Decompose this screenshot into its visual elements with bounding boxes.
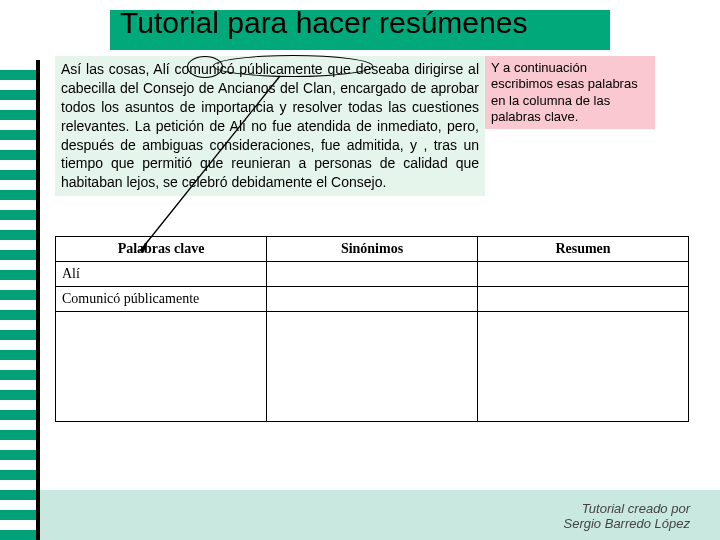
col-header-keywords: Palabras clave (56, 237, 267, 262)
cell-summary (478, 262, 689, 287)
cell-synonym (267, 262, 478, 287)
content-row: Así las cosas, Alí comunicó públicamente… (55, 56, 690, 196)
footer-credit: Tutorial creado por Sergio Barredo López (564, 501, 690, 532)
left-decorative-rail (0, 60, 40, 540)
cell-empty (267, 312, 478, 422)
page-title: Tutorial para hacer resúmenes (120, 6, 527, 40)
cell-summary (478, 287, 689, 312)
side-note-box: Y a continuación escribimos esas palabra… (485, 56, 655, 129)
side-note-text: Y a continuación escribimos esas palabra… (491, 60, 638, 124)
col-header-summary: Resumen (478, 237, 689, 262)
col-header-synonyms: Sinónimos (267, 237, 478, 262)
table-row: Comunicó públicamente (56, 287, 689, 312)
cell-empty (478, 312, 689, 422)
table-header-row: Palabras clave Sinónimos Resumen (56, 237, 689, 262)
keywords-table: Palabras clave Sinónimos Resumen Alí Com… (55, 236, 689, 422)
cell-synonym (267, 287, 478, 312)
table-row-empty (56, 312, 689, 422)
cell-keyword: Alí (56, 262, 267, 287)
table-row: Alí (56, 262, 689, 287)
cell-keyword: Comunicó públicamente (56, 287, 267, 312)
footer-line2: Sergio Barredo López (564, 516, 690, 531)
footer-line1: Tutorial creado por (582, 501, 690, 516)
main-paragraph-box: Así las cosas, Alí comunicó públicamente… (55, 56, 485, 196)
cell-empty (56, 312, 267, 422)
main-paragraph-text: Así las cosas, Alí comunicó públicamente… (61, 61, 479, 190)
keywords-table-wrap: Palabras clave Sinónimos Resumen Alí Com… (55, 236, 689, 422)
